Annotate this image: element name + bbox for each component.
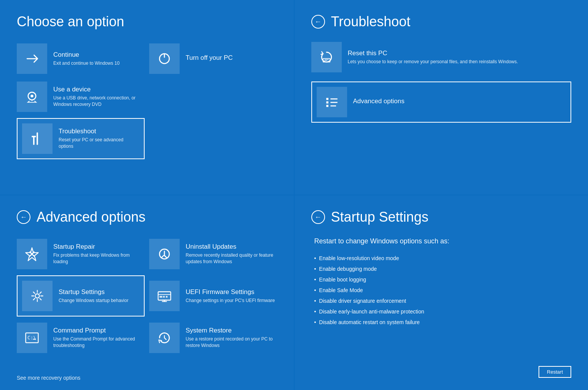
svg-rect-25 <box>163 296 165 298</box>
uninstall-updates-option[interactable]: Uninstall Updates Remove recently instal… <box>149 237 277 271</box>
back-icon-adv[interactable]: ← <box>17 210 30 224</box>
advanced-options-option[interactable]: Advanced options <box>311 82 572 123</box>
back-icon-startup[interactable]: ← <box>311 210 325 224</box>
restart-button[interactable]: Restart <box>539 366 571 378</box>
startup-settings-panel: ← Startup Settings Restart to change Win… <box>295 195 588 390</box>
uninstall-icon <box>149 239 180 269</box>
repair-icon <box>17 239 47 269</box>
troubleshoot-panel: ← Troubleshoot Reset this PC Lets you ch… <box>295 0 588 195</box>
choose-option-panel: Choose an option Continue Exit and conti… <box>0 0 294 195</box>
startup-list-item: Enable debugging mode <box>314 264 572 274</box>
use-device-label: Use a device <box>53 86 145 93</box>
svg-point-2 <box>30 95 33 98</box>
reset-pc-desc: Lets you choose to keep or remove your p… <box>348 59 518 65</box>
svg-rect-11 <box>326 101 328 104</box>
cmd-option[interactable]: C:\ Command Prompt Use the Command Promp… <box>17 321 145 355</box>
startup-repair-desc: Fix problems that keep Windows from load… <box>53 252 145 265</box>
cmd-desc: Use the Command Prompt for advanced trou… <box>53 336 145 349</box>
uefi-option[interactable]: UEFI Firmware Settings Change settings i… <box>149 275 277 316</box>
choose-title: Choose an option <box>17 14 277 30</box>
continue-option[interactable]: Continue Exit and continue to Windows 10 <box>17 42 145 75</box>
startup-settings-desc: Change Windows startup behavior <box>59 297 128 304</box>
reset-pc-option[interactable]: Reset this PC Lets you choose to keep or… <box>311 42 572 72</box>
startup-list-item: Disable early-launch anti-malware protec… <box>314 306 572 317</box>
advanced-title-text: Advanced options <box>37 209 145 225</box>
svg-line-34 <box>164 338 166 340</box>
uninstall-label: Uninstall Updates <box>186 243 277 251</box>
advanced-grid: Startup Repair Fix problems that keep Wi… <box>17 237 277 355</box>
advanced-options-panel: ← Advanced options Startup Repair Fix pr… <box>0 195 294 390</box>
use-device-desc: Use a USB drive, network connection, or … <box>53 95 145 108</box>
advanced-title: ← Advanced options <box>17 209 277 225</box>
startup-list-item: Enable Safe Mode <box>314 285 572 296</box>
choose-title-text: Choose an option <box>17 14 124 30</box>
startup-settings-title-text: Startup Settings <box>331 209 429 225</box>
troubleshoot-title-text: Troubleshoot <box>331 14 411 30</box>
turnoff-label: Turn off your PC <box>186 54 233 62</box>
startup-settings-option[interactable]: Startup Settings Change Windows startup … <box>17 275 145 316</box>
continue-label: Continue <box>53 51 120 59</box>
back-icon[interactable]: ← <box>311 15 325 29</box>
uefi-label: UEFI Firmware Settings <box>186 288 275 296</box>
startup-list-item: Enable low-resolution video mode <box>314 253 572 264</box>
startup-subtitle: Restart to change Windows options such a… <box>314 237 572 245</box>
troubleshoot-title: ← Troubleshoot <box>311 14 572 30</box>
svg-rect-24 <box>159 296 162 298</box>
turnoff-option[interactable]: Turn off your PC <box>149 42 277 75</box>
svg-rect-10 <box>326 98 328 100</box>
uefi-icon <box>149 281 180 311</box>
reset-pc-label: Reset this PC <box>348 50 518 57</box>
troubleshoot-options: Reset this PC Lets you choose to keep or… <box>311 42 572 127</box>
svg-point-21 <box>35 294 40 298</box>
startup-list-item: Disable automatic restart on system fail… <box>314 317 572 328</box>
uefi-desc: Change settings in your PC's UEFI firmwa… <box>186 297 275 304</box>
troubleshoot-option-label: Troubleshoot <box>59 128 139 135</box>
device-icon <box>17 82 47 112</box>
checklist-icon <box>317 87 347 117</box>
svg-rect-12 <box>326 105 328 107</box>
gear-cog-icon <box>22 281 53 311</box>
startup-repair-label: Startup Repair <box>53 243 145 251</box>
startup-list-item: Disable driver signature enforcement <box>314 296 572 306</box>
startup-list: Enable low-resolution video mode Enable … <box>314 253 572 328</box>
troubleshoot-option-desc: Reset your PC or see advanced options <box>59 137 139 150</box>
startup-repair-option[interactable]: Startup Repair Fix problems that keep Wi… <box>17 237 145 271</box>
troubleshoot-option[interactable]: Troubleshoot Reset your PC or see advanc… <box>17 118 145 159</box>
arrow-icon <box>17 43 47 74</box>
svg-line-20 <box>161 256 164 258</box>
power-icon <box>149 43 180 74</box>
see-more-recovery[interactable]: See more recovery options <box>17 375 80 381</box>
tools-icon <box>22 123 53 154</box>
system-restore-desc: Use a restore point recorded on your PC … <box>186 336 277 349</box>
startup-settings-label: Startup Settings <box>59 288 128 296</box>
uninstall-desc: Remove recently installed quality or fea… <box>186 252 277 265</box>
cmd-icon: C:\ <box>17 323 47 353</box>
startup-list-item: Enable boot logging <box>314 274 572 285</box>
continue-desc: Exit and continue to Windows 10 <box>53 60 120 67</box>
advanced-options-label: Advanced options <box>353 98 405 105</box>
system-restore-option[interactable]: System Restore Use a restore point recor… <box>149 321 277 355</box>
startup-content: Restart to change Windows options such a… <box>311 237 572 328</box>
svg-rect-26 <box>166 296 167 298</box>
system-restore-label: System Restore <box>186 327 277 334</box>
reset-icon <box>311 42 342 72</box>
startup-settings-title: ← Startup Settings <box>311 209 572 225</box>
use-device-option[interactable]: Use a device Use a USB drive, network co… <box>17 80 145 113</box>
cmd-label: Command Prompt <box>53 327 145 334</box>
restore-icon <box>149 323 180 353</box>
